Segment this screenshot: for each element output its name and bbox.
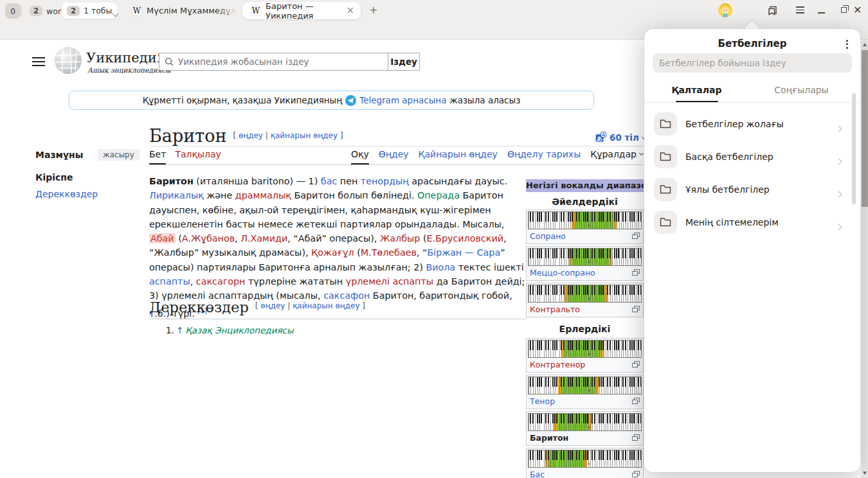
telegram-link[interactable]: Telegram арнасына [359,95,446,105]
voice-link[interactable]: Баритон [530,433,568,443]
kebab-menu-icon[interactable] [844,37,850,51]
folder-row-bookmarks-bar[interactable]: Бетбелгілер жолағы [644,107,860,140]
vocal-range-image[interactable] [528,340,642,358]
scroll-down-arrow[interactable] [863,472,867,475]
tab-edit[interactable]: Өңдеу [379,149,409,163]
edit-link[interactable]: өңдеу [260,301,285,310]
voice-card: Бас [526,448,644,478]
wiki-main-menu-icon[interactable] [32,57,45,69]
tab-read[interactable]: Оқу [351,149,369,164]
folder-row-other-bookmarks[interactable]: Басқа бетбелгілер [644,140,860,173]
toc-heading: Мазмұны [35,150,83,160]
voice-link[interactable]: Бас [530,470,545,478]
window-minimize-button[interactable] [818,12,825,13]
folder-row-my-links[interactable]: Менің сілтемелерім [644,206,860,238]
vocal-ranges-infobox: Негізгі вокалды диапазондар Әйелдердікі … [526,179,644,192]
voice-card: Контратенор [526,338,644,373]
language-icon: あ A [595,132,606,143]
enlarge-icon[interactable] [632,269,640,276]
enlarge-icon[interactable] [632,398,640,404]
svg-text:Ω: Ω [73,57,75,60]
vocal-range-image[interactable] [528,450,642,468]
vocal-range-image[interactable] [528,376,642,394]
voice-link[interactable]: Тенор [530,396,555,406]
wiki-search-button[interactable]: Іздеу [388,53,420,71]
tab-edit-source[interactable]: Қайнарын өңдеу [419,149,498,163]
toc-item-references[interactable]: Дереккөздер [35,189,141,199]
folders-list: Бетбелгілер жолағы Басқа бетбелгілер Ұял… [644,107,860,238]
vocal-range-image[interactable] [528,248,642,266]
infobox-header: Негізгі вокалды диапазондар [526,179,644,192]
enlarge-icon[interactable] [632,306,640,312]
tab-title: Мүслім Мұхаммедұлы Ма [147,6,237,15]
folder-row-mobile-bookmarks[interactable]: Ұялы бетбелгілер [644,173,860,206]
tab-history[interactable]: Өңделу тарихы [507,149,581,163]
voice-link[interactable]: Сопрано [530,231,566,241]
enlarge-icon[interactable] [632,361,640,367]
table-of-contents: Мазмұны жасыру Кіріспе Дереккөздер [35,150,141,199]
tab-talk[interactable]: Талқылау [175,149,221,164]
tab-active[interactable]: W Баритон — Уикипедия × [242,2,361,19]
toc-hide-button[interactable]: жасыру [98,149,140,161]
edit-source-link[interactable]: қайнарын өңдеу [293,301,359,310]
tab-group-label: 1 тобы [84,6,112,15]
tab-group-toby[interactable]: 2 1 тобы [62,3,117,19]
window-close-button[interactable]: ✕ [853,4,862,16]
tab-close-icon[interactable]: × [345,6,356,15]
language-count-label: 60 тіл [610,132,639,143]
tab-group-chevron-icon[interactable] [113,6,118,19]
popup-tab-recent[interactable]: Соңғылары [749,78,854,102]
edit-link[interactable]: өңдеу [239,131,263,140]
tab-group-count-badge: 2 [67,6,80,16]
vocal-range-image[interactable] [528,413,642,431]
svg-text:A: A [602,132,605,137]
tab-page[interactable]: Бет [149,149,166,164]
scrollbar-thumb[interactable] [862,50,868,207]
scroll-up-arrow[interactable] [863,43,867,46]
folder-icon [660,152,671,161]
voice-link[interactable]: Контратенор [530,360,585,369]
tab-title: Баритон — Уикипедия [266,1,345,21]
window-maximize-button[interactable] [841,7,847,13]
tab-tools[interactable]: Құралдар [590,149,643,163]
wiki-search-box[interactable] [159,53,388,71]
reference-backlink[interactable]: ↑ [176,325,183,335]
new-tab-button[interactable]: + [367,4,380,17]
page-scrollbar[interactable] [862,40,868,478]
profile-avatar[interactable] [718,3,732,17]
enlarge-icon[interactable] [632,233,640,239]
voice-link[interactable]: Меццо-сопрано [530,268,595,278]
folder-label: Басқа бетбелгілер [685,152,773,162]
popup-tab-folders[interactable]: Қалталар [644,78,749,102]
wiki-wordmark[interactable]: УикипедиЯ [86,50,168,66]
reference-source-link[interactable]: Қазақ Энциклопедиясы [185,325,293,335]
divider [149,146,643,146]
bookmarks-search-input[interactable] [659,58,845,68]
tab-counter-badge[interactable]: 0 [5,3,21,19]
edit-source-link[interactable]: қайнарын өңдеу [271,131,338,140]
wiki-search-input[interactable] [178,57,388,67]
browser-window: 0 2 work 2 1 тобы W Мүслім Мұхаммедұлы М… [0,0,868,478]
wikipedia-logo[interactable]: WΩИω [54,46,82,75]
chevron-right-icon [836,187,841,199]
telegram-icon [345,95,356,106]
svg-text:W: W [64,50,68,53]
browser-menu-icon[interactable] [796,6,804,15]
wikipedia-favicon: W [251,6,261,16]
tab-inactive[interactable]: W Мүслім Мұхаммедұлы Ма [129,2,239,19]
tab-strip: 0 2 work 2 1 тобы W Мүслім Мұхаммедұлы М… [0,0,868,21]
svg-text:И: И [58,58,60,61]
bookmarks-panels-icon[interactable] [767,5,778,16]
banner-text: жазыла аласыз [449,95,520,105]
enlarge-icon[interactable] [632,434,640,441]
bookmarks-search-box[interactable] [653,53,852,73]
popup-scrollbar-thumb[interactable] [852,93,856,204]
language-selector-button[interactable]: あ A 60 тіл [595,132,646,143]
vocal-range-image[interactable] [528,211,642,229]
folder-label: Менің сілтемелерім [685,217,779,227]
chevron-right-icon [836,220,841,232]
enlarge-icon[interactable] [632,471,640,477]
toc-item-intro[interactable]: Кіріспе [35,172,141,182]
voice-link[interactable]: Контральто [530,305,580,314]
vocal-range-image[interactable] [528,285,642,303]
